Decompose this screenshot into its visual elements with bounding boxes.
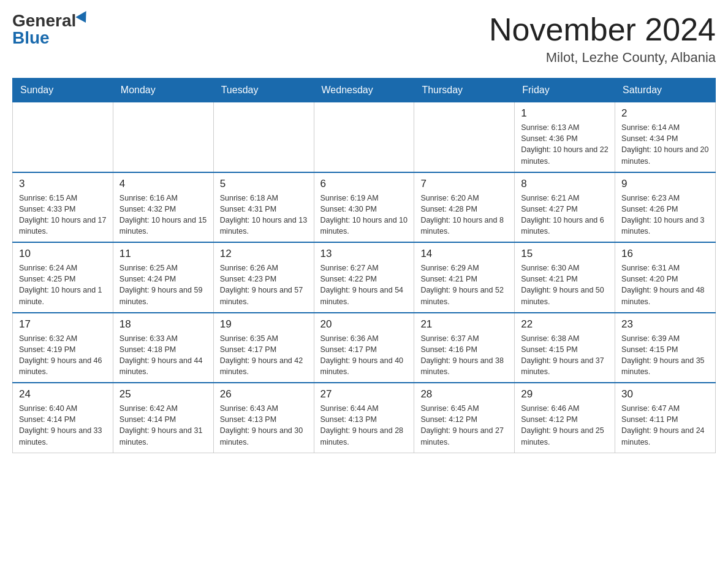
day-info: Sunrise: 6:29 AMSunset: 4:21 PMDaylight:…: [420, 262, 508, 307]
day-info: Sunrise: 6:39 AMSunset: 4:15 PMDaylight:…: [621, 333, 709, 378]
logo-general: General: [12, 12, 76, 29]
calendar-cell: 15Sunrise: 6:30 AMSunset: 4:21 PMDayligh…: [515, 242, 615, 313]
weekday-header-sunday: Sunday: [13, 79, 113, 102]
day-info: Sunrise: 6:13 AMSunset: 4:36 PMDaylight:…: [521, 122, 609, 167]
day-info: Sunrise: 6:31 AMSunset: 4:20 PMDaylight:…: [621, 262, 709, 307]
day-number: 24: [19, 388, 107, 400]
day-info: Sunrise: 6:40 AMSunset: 4:14 PMDaylight:…: [19, 403, 107, 448]
day-info: Sunrise: 6:16 AMSunset: 4:32 PMDaylight:…: [119, 193, 207, 237]
calendar-cell: 29Sunrise: 6:46 AMSunset: 4:12 PMDayligh…: [515, 383, 615, 453]
calendar-cell: 4Sunrise: 6:16 AMSunset: 4:32 PMDaylight…: [113, 172, 213, 243]
weekday-header-row: SundayMondayTuesdayWednesdayThursdayFrid…: [13, 79, 716, 102]
weekday-header-monday: Monday: [113, 79, 213, 102]
calendar-cell: 10Sunrise: 6:24 AMSunset: 4:25 PMDayligh…: [13, 242, 113, 313]
day-number: 1: [521, 107, 609, 120]
calendar-row: 24Sunrise: 6:40 AMSunset: 4:14 PMDayligh…: [13, 383, 716, 453]
day-number: 22: [521, 318, 609, 331]
calendar-cell: 7Sunrise: 6:20 AMSunset: 4:28 PMDaylight…: [414, 172, 515, 243]
day-info: Sunrise: 6:24 AMSunset: 4:25 PMDaylight:…: [19, 262, 107, 307]
day-info: Sunrise: 6:35 AMSunset: 4:17 PMDaylight:…: [220, 333, 308, 378]
day-number: 29: [521, 388, 609, 400]
day-number: 14: [420, 248, 508, 260]
day-number: 2: [621, 107, 709, 120]
weekday-header-saturday: Saturday: [615, 79, 716, 102]
day-number: 30: [621, 388, 709, 400]
day-number: 20: [320, 318, 408, 331]
weekday-header-tuesday: Tuesday: [213, 79, 314, 102]
day-info: Sunrise: 6:14 AMSunset: 4:34 PMDaylight:…: [621, 122, 709, 167]
weekday-header-thursday: Thursday: [414, 79, 515, 102]
calendar-table: SundayMondayTuesdayWednesdayThursdayFrid…: [12, 78, 716, 453]
calendar-cell: [213, 102, 314, 172]
day-info: Sunrise: 6:19 AMSunset: 4:30 PMDaylight:…: [320, 193, 408, 237]
calendar-cell: 22Sunrise: 6:38 AMSunset: 4:15 PMDayligh…: [515, 313, 615, 383]
page-header: General Blue November 2024 Milot, Lezhe …: [12, 12, 716, 66]
day-info: Sunrise: 6:38 AMSunset: 4:15 PMDaylight:…: [521, 333, 609, 378]
calendar-cell: 9Sunrise: 6:23 AMSunset: 4:26 PMDaylight…: [615, 172, 716, 243]
day-info: Sunrise: 6:37 AMSunset: 4:16 PMDaylight:…: [420, 333, 508, 378]
day-number: 12: [220, 248, 308, 260]
day-number: 28: [420, 388, 508, 400]
calendar-row: 3Sunrise: 6:15 AMSunset: 4:33 PMDaylight…: [13, 172, 716, 243]
calendar-cell: 11Sunrise: 6:25 AMSunset: 4:24 PMDayligh…: [113, 242, 213, 313]
day-info: Sunrise: 6:36 AMSunset: 4:17 PMDaylight:…: [320, 333, 408, 378]
calendar-cell: [414, 102, 515, 172]
weekday-header-wednesday: Wednesday: [314, 79, 414, 102]
day-info: Sunrise: 6:21 AMSunset: 4:27 PMDaylight:…: [521, 193, 609, 237]
day-info: Sunrise: 6:47 AMSunset: 4:11 PMDaylight:…: [621, 403, 709, 448]
day-info: Sunrise: 6:33 AMSunset: 4:18 PMDaylight:…: [119, 333, 207, 378]
calendar-cell: 24Sunrise: 6:40 AMSunset: 4:14 PMDayligh…: [13, 383, 113, 453]
logo-blue: Blue: [12, 29, 50, 47]
calendar-cell: 27Sunrise: 6:44 AMSunset: 4:13 PMDayligh…: [314, 383, 414, 453]
calendar-cell: 30Sunrise: 6:47 AMSunset: 4:11 PMDayligh…: [615, 383, 716, 453]
calendar-cell: 28Sunrise: 6:45 AMSunset: 4:12 PMDayligh…: [414, 383, 515, 453]
day-number: 13: [320, 248, 408, 260]
day-info: Sunrise: 6:26 AMSunset: 4:23 PMDaylight:…: [220, 262, 308, 307]
title-block: November 2024 Milot, Lezhe County, Alban…: [489, 12, 716, 66]
calendar-cell: 2Sunrise: 6:14 AMSunset: 4:34 PMDaylight…: [615, 102, 716, 172]
calendar-row: 17Sunrise: 6:32 AMSunset: 4:19 PMDayligh…: [13, 313, 716, 383]
day-info: Sunrise: 6:42 AMSunset: 4:14 PMDaylight:…: [119, 403, 207, 448]
day-number: 9: [621, 178, 709, 190]
calendar-cell: 12Sunrise: 6:26 AMSunset: 4:23 PMDayligh…: [213, 242, 314, 313]
day-info: Sunrise: 6:30 AMSunset: 4:21 PMDaylight:…: [521, 262, 609, 307]
day-number: 5: [220, 178, 308, 190]
day-number: 25: [119, 388, 207, 400]
calendar-cell: 14Sunrise: 6:29 AMSunset: 4:21 PMDayligh…: [414, 242, 515, 313]
day-number: 11: [119, 248, 207, 260]
calendar-cell: 13Sunrise: 6:27 AMSunset: 4:22 PMDayligh…: [314, 242, 414, 313]
day-info: Sunrise: 6:15 AMSunset: 4:33 PMDaylight:…: [19, 193, 107, 237]
calendar-cell: [314, 102, 414, 172]
calendar-cell: 18Sunrise: 6:33 AMSunset: 4:18 PMDayligh…: [113, 313, 213, 383]
day-info: Sunrise: 6:18 AMSunset: 4:31 PMDaylight:…: [220, 193, 308, 237]
day-number: 15: [521, 248, 609, 260]
day-number: 16: [621, 248, 709, 260]
calendar-cell: 21Sunrise: 6:37 AMSunset: 4:16 PMDayligh…: [414, 313, 515, 383]
day-number: 18: [119, 318, 207, 331]
day-info: Sunrise: 6:43 AMSunset: 4:13 PMDaylight:…: [220, 403, 308, 448]
day-info: Sunrise: 6:44 AMSunset: 4:13 PMDaylight:…: [320, 403, 408, 448]
calendar-cell: 3Sunrise: 6:15 AMSunset: 4:33 PMDaylight…: [13, 172, 113, 243]
calendar-cell: 25Sunrise: 6:42 AMSunset: 4:14 PMDayligh…: [113, 383, 213, 453]
calendar-row: 10Sunrise: 6:24 AMSunset: 4:25 PMDayligh…: [13, 242, 716, 313]
day-number: 8: [521, 178, 609, 190]
calendar-cell: [113, 102, 213, 172]
month-title: November 2024: [489, 12, 716, 47]
logo: General Blue: [12, 12, 89, 47]
day-info: Sunrise: 6:32 AMSunset: 4:19 PMDaylight:…: [19, 333, 107, 378]
day-number: 27: [320, 388, 408, 400]
day-number: 23: [621, 318, 709, 331]
day-info: Sunrise: 6:27 AMSunset: 4:22 PMDaylight:…: [320, 262, 408, 307]
day-number: 3: [19, 178, 107, 190]
day-number: 6: [320, 178, 408, 190]
calendar-cell: 1Sunrise: 6:13 AMSunset: 4:36 PMDaylight…: [515, 102, 615, 172]
day-info: Sunrise: 6:45 AMSunset: 4:12 PMDaylight:…: [420, 403, 508, 448]
calendar-cell: 6Sunrise: 6:19 AMSunset: 4:30 PMDaylight…: [314, 172, 414, 243]
day-number: 17: [19, 318, 107, 331]
calendar-cell: 26Sunrise: 6:43 AMSunset: 4:13 PMDayligh…: [213, 383, 314, 453]
day-info: Sunrise: 6:25 AMSunset: 4:24 PMDaylight:…: [119, 262, 207, 307]
calendar-cell: 16Sunrise: 6:31 AMSunset: 4:20 PMDayligh…: [615, 242, 716, 313]
day-number: 10: [19, 248, 107, 260]
calendar-cell: [13, 102, 113, 172]
calendar-cell: 8Sunrise: 6:21 AMSunset: 4:27 PMDaylight…: [515, 172, 615, 243]
